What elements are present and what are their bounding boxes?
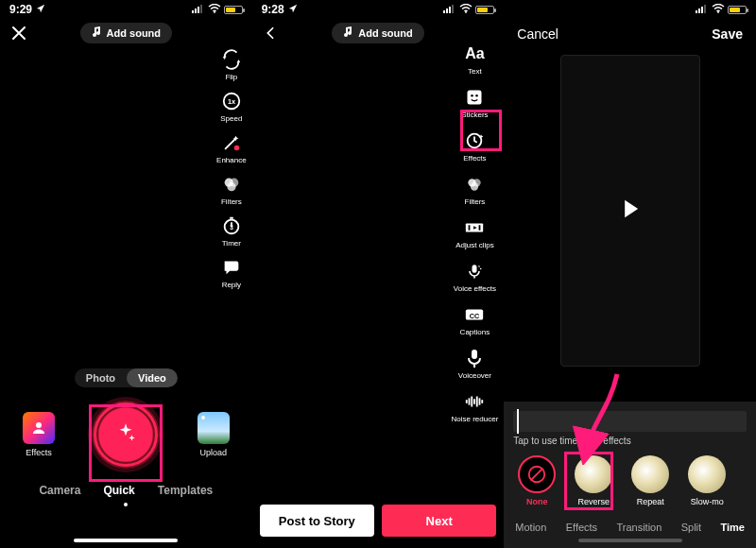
tool-voice-effects[interactable]: Voice effects [454,259,496,293]
enhance-icon [219,130,244,155]
effects-icon [23,412,55,444]
add-sound-button[interactable]: Add sound [332,23,423,43]
screen-time-effects: Cancel Save Tap to use time warp effects… [504,0,756,548]
save-button[interactable]: Save [712,26,743,42]
tool-voiceover[interactable]: Voiceover [458,346,491,380]
svg-rect-1 [195,9,197,13]
tool-adjust-clips[interactable]: Adjust clips [455,215,493,249]
time-effects-row: None Reverse Repeat Slow-mo [513,452,747,514]
close-button[interactable] [11,26,26,41]
tab-time[interactable]: Time [720,522,744,533]
effect-slowmo[interactable]: Slow-mo [685,455,729,506]
tab-templates[interactable]: Templates [158,484,213,497]
tool-filters[interactable]: Filters [219,172,244,206]
effects-hint: Tap to use time warp effects [513,436,747,446]
tab-effects[interactable]: Effects [566,522,597,533]
effect-none[interactable]: None [515,455,558,506]
tab-motion[interactable]: Motion [515,522,546,533]
effects-category-tabs[interactable]: Motion Effects Transition Split Time [513,518,747,533]
tool-noise-reducer[interactable]: Noise reducer [452,389,499,423]
repeat-thumb [631,455,669,493]
filters-icon [462,172,487,197]
reverse-thumb [575,455,612,493]
tab-transition[interactable]: Transition [616,522,662,533]
tab-camera[interactable]: Camera [39,484,80,497]
wifi-icon [712,4,725,15]
upload-icon [198,412,230,444]
svg-point-7 [234,146,240,151]
voiceover-icon [462,346,487,370]
tool-filters[interactable]: Filters [462,172,487,206]
screen-record: 9:29 Add sound [0,0,252,548]
svg-rect-2 [198,7,199,13]
effects-clock-icon [462,128,487,153]
voice-effects-icon [462,259,487,283]
battery-icon [475,6,494,14]
tab-split[interactable]: Split [681,522,701,533]
tool-flip[interactable]: Flip [219,47,244,81]
post-bar: Post to Story Next [252,501,505,548]
tool-stickers[interactable]: Stickers [461,85,488,119]
tool-effects[interactable]: Effects [462,128,487,163]
screen-edit: 9:28 Add sound Aa [252,0,505,548]
tool-captions[interactable]: CC Captions [460,302,490,336]
none-icon [518,455,556,493]
add-sound-label: Add sound [358,27,412,39]
timeline[interactable] [513,411,747,432]
tool-reply[interactable]: Reply [219,255,244,289]
timer-icon: 3 [219,214,244,238]
svg-point-26 [471,182,478,190]
svg-point-10 [227,182,235,191]
svg-point-22 [476,94,479,97]
svg-rect-35 [472,350,477,359]
timeline-cursor[interactable] [517,409,519,434]
captions-icon: CC [462,302,487,327]
svg-rect-46 [704,5,706,13]
svg-rect-18 [452,5,454,13]
home-indicator [578,539,682,542]
home-indicator [74,539,178,542]
svg-point-31 [479,265,481,267]
bottom-tabs[interactable]: Camera Quick Templates [39,484,213,497]
next-button[interactable]: Next [382,505,496,537]
speed-icon: 1x [219,89,244,113]
tool-enhance[interactable]: Enhance [216,130,247,164]
side-tool-rail: Aa Text Stickers Effects Filters Adjus [452,42,499,423]
effect-reverse[interactable]: Reverse [572,455,615,506]
mode-photo[interactable]: Photo [75,368,127,387]
location-icon [288,3,298,16]
post-to-story-button[interactable]: Post to Story [260,505,374,537]
video-preview[interactable] [560,55,700,367]
effects-button[interactable]: Effects [23,412,55,457]
status-time: 9:29 [9,3,32,16]
tab-quick[interactable]: Quick [103,484,134,497]
svg-text:CC: CC [470,312,480,320]
svg-point-14 [201,416,205,420]
slowmo-thumb [688,455,726,493]
flip-icon [219,47,244,72]
wifi-icon [208,4,221,15]
record-button[interactable] [92,401,160,469]
wifi-icon [459,4,472,15]
tool-text[interactable]: Aa Text [462,42,487,76]
signal-icon [696,4,709,15]
tool-timer[interactable]: 3 Timer [219,214,244,248]
back-button[interactable] [264,26,277,40]
cancel-button[interactable]: Cancel [517,26,558,42]
svg-point-19 [465,11,467,13]
noise-reducer-icon [462,389,487,414]
play-icon[interactable] [617,196,644,226]
svg-rect-30 [472,265,477,272]
status-bar: 9:29 [0,0,252,19]
effect-repeat[interactable]: Repeat [628,455,672,506]
svg-point-4 [214,11,215,13]
mode-video[interactable]: Video [127,368,178,387]
add-sound-button[interactable]: Add sound [80,23,172,43]
add-sound-label: Add sound [107,27,161,39]
tool-speed[interactable]: 1x Speed [219,89,244,123]
mode-toggle[interactable]: Photo Video [75,368,178,387]
tab-indicator [124,503,128,506]
upload-button[interactable]: Upload [198,412,230,457]
status-bar [504,0,756,19]
filters-icon [219,172,244,197]
